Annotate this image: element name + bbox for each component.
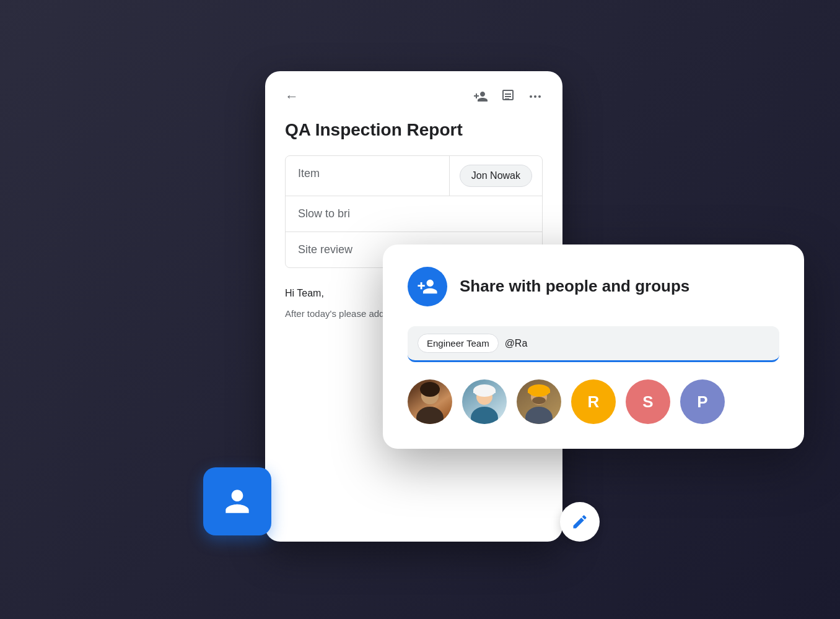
share-input-area[interactable]: Engineer Team [408, 326, 779, 362]
add-person-icon[interactable] [473, 89, 488, 104]
avatar-person-3[interactable] [517, 379, 561, 424]
person-add-share-icon [417, 276, 438, 297]
share-icon-circle [408, 267, 447, 306]
edit-button[interactable] [560, 502, 600, 542]
avatars-row: R S P [408, 379, 779, 424]
avatar-p-letter: P [697, 392, 707, 412]
table-cell-item: Item [286, 156, 449, 196]
svg-point-8 [471, 407, 498, 424]
table-cell-slow: Slow to bri [286, 196, 542, 232]
doc-title: QA Inspection Report [265, 115, 562, 155]
avatar-person-1[interactable] [408, 379, 452, 424]
svg-rect-15 [528, 390, 550, 393]
svg-rect-10 [473, 390, 496, 393]
avatar-person-2[interactable] [462, 379, 507, 424]
table-row: Item Jon Nowak [286, 156, 542, 196]
avatar-s[interactable]: S [626, 379, 670, 424]
svg-point-6 [420, 382, 440, 397]
blue-folder-icon[interactable] [203, 467, 271, 535]
avatar-s-letter: S [642, 392, 653, 412]
share-search-input[interactable] [505, 338, 769, 349]
share-dialog-header: Share with people and groups [408, 267, 779, 306]
share-dialog: Share with people and groups Engineer Te… [383, 245, 804, 449]
edit-icon [571, 513, 588, 530]
avatar-p[interactable]: P [680, 379, 725, 424]
share-dialog-title: Share with people and groups [460, 277, 689, 296]
table-row: Slow to bri [286, 196, 542, 232]
avatar-r[interactable]: R [571, 379, 616, 424]
jon-nowak-badge[interactable]: Jon Nowak [460, 165, 532, 187]
svg-point-2 [538, 95, 541, 98]
svg-point-1 [534, 95, 536, 98]
table-cell-jon: Jon Nowak [449, 156, 542, 196]
more-icon[interactable] [528, 89, 543, 104]
svg-point-13 [532, 397, 546, 404]
engineer-team-chip[interactable]: Engineer Team [418, 334, 499, 353]
svg-point-12 [525, 407, 553, 424]
svg-point-4 [416, 407, 444, 424]
person-folder-icon [220, 484, 255, 519]
back-icon[interactable]: ← [285, 89, 299, 105]
notes-icon[interactable] [501, 89, 515, 104]
svg-point-0 [530, 95, 532, 98]
avatar-r-letter: R [588, 392, 600, 412]
doc-header: ← [265, 71, 562, 115]
